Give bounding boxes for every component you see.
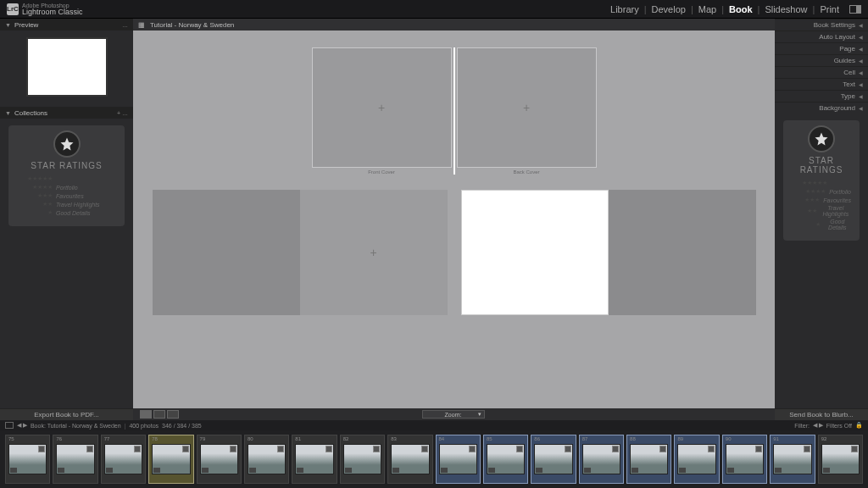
panel-header-guides[interactable]: Guides◀ [775,54,868,66]
panel-header-page[interactable]: Page◀ [775,42,868,54]
main-area: ▼Preview … ▼Collections + … STAR RATINGS… [0,19,868,420]
second-window-button[interactable] [5,422,14,429]
filmstrip-thumb[interactable]: 75 [5,435,50,484]
thumb-footer-badge-icon [536,468,542,473]
canvas-body[interactable]: + Front Cover + Back Cover + [133,30,775,408]
thumb-index: 79 [200,436,206,441]
send-book-blurb-button[interactable]: Send Book to Blurb... [775,408,868,420]
rating-row[interactable]: ★★★★★ [792,180,851,186]
thumb-image [773,444,811,474]
thumb-index: 85 [487,436,492,441]
filmstrip-thumb[interactable]: 83 [387,435,432,484]
back-cover-page[interactable]: + [457,47,597,168]
collections-panel-header[interactable]: ▼Collections + … [0,107,133,119]
filmstrip-thumb[interactable]: 78 [148,435,193,484]
rating-row[interactable]: ★★Travel Highlights [792,205,851,217]
canvas-footer: Zoom: ▾ [133,408,775,420]
module-develop[interactable]: Develop [648,4,689,14]
spread-page-blank-left[interactable] [153,190,300,315]
filmstrip-thumb[interactable]: 84 [436,435,481,484]
rating-row[interactable]: ★Good Details [17,209,116,216]
thumb-image [200,444,238,474]
panel-header-book-settings[interactable]: Book Settings◀ [775,19,868,30]
spread-page-selected[interactable] [461,190,609,315]
filter-state[interactable]: Filters Off [826,423,852,429]
disclosure-triangle-icon: ◀ [859,105,863,111]
page-preview-thumbnail[interactable] [26,37,108,97]
filmstrip-thumb[interactable]: 76 [53,435,97,484]
left-sidebar: ▼Preview … ▼Collections + … STAR RATINGS… [0,19,133,420]
module-map[interactable]: Map [695,4,720,14]
filmstrip-thumb[interactable]: 92 [818,435,863,484]
module-print[interactable]: Print [816,4,843,14]
panel-toggle-icon[interactable] [849,5,861,14]
preview-panel-header[interactable]: ▼Preview … [0,19,133,30]
rating-label: Portfolio [56,185,78,191]
single-page-view-button[interactable] [167,410,179,419]
thumb-image [8,444,47,474]
rating-row[interactable]: ★★★Favourites [17,192,116,199]
thumb-image [152,444,190,474]
panel-header-background[interactable]: Background◀ [775,102,868,114]
thumb-badge-icon [565,446,571,452]
filmstrip-thumb[interactable]: 90 [722,435,767,484]
module-library[interactable]: Library [607,4,643,14]
star-icons: ★★★★ [792,188,826,195]
filmstrip-thumb[interactable]: 80 [244,435,289,484]
star-ratings-card-left: STAR RATINGS ★★★★★★★★★Portfolio★★★Favour… [8,125,125,226]
thumb-badge-icon [516,446,523,452]
thumb-badge-icon [38,446,45,452]
thumb-badge-icon [421,446,428,452]
disclosure-triangle-icon: ◀ [859,93,863,99]
filmstrip-thumb[interactable]: 87 [579,435,624,484]
thumb-image [677,444,715,474]
spread-page-blank-right[interactable] [609,190,756,315]
breadcrumb[interactable]: Book: Tutorial - Norway & Sweden [31,423,121,429]
rating-row[interactable]: ★★★Favourites [792,197,851,203]
rating-row[interactable]: ★★★★★ [17,175,116,182]
rating-row[interactable]: ★★Travel Highlights [17,201,116,208]
filmstrip-thumb[interactable]: 81 [292,435,337,484]
filmstrip-thumb[interactable]: 89 [674,435,719,484]
filmstrip-thumb[interactable]: 86 [531,435,576,484]
panel-header-auto-layout[interactable]: Auto Layout◀ [775,30,868,42]
filmstrip[interactable]: 757677787980818283848586878889909192 [0,430,868,488]
rating-label: Good Details [56,210,90,216]
disclosure-triangle-icon: ◀ [859,81,863,87]
filmstrip-thumb[interactable]: 88 [626,435,671,484]
module-slideshow[interactable]: Slideshow [761,4,810,14]
app-identity: LrC Adobe Photoshop Lightroom Classic [7,3,83,16]
zoom-selector[interactable]: Zoom: ▾ [422,410,485,419]
panel-header-cell[interactable]: Cell◀ [775,66,868,78]
spread-page-add[interactable]: + [300,190,448,315]
star-icons: ★★ [792,208,817,214]
thumb-footer-badge-icon [775,468,782,473]
rating-row[interactable]: ★Good Details [792,219,851,230]
disclosure-triangle-icon[interactable]: ▼ [5,110,11,116]
filter-lock-icon[interactable]: 🔒 [855,422,863,429]
filmstrip-thumb[interactable]: 77 [101,435,146,484]
filmstrip-thumb[interactable]: 82 [340,435,385,484]
front-cover-page[interactable]: + [312,47,452,168]
thumb-image [582,444,620,474]
grid-icon[interactable]: ▦ [138,21,145,29]
export-book-pdf-button[interactable]: Export Book to PDF... [0,408,133,420]
thumb-badge-icon [755,446,762,452]
panel-header-text[interactable]: Text◀ [775,78,868,90]
filmstrip-thumb[interactable]: 91 [770,435,815,484]
rating-row[interactable]: ★★★★Portfolio [792,188,851,195]
disclosure-triangle-icon: ◀ [859,46,863,52]
module-picker: Library|Develop|Map|Book|Slideshow|Print [607,4,861,14]
filmstrip-thumb[interactable]: 79 [197,435,242,484]
disclosure-triangle-icon[interactable]: ▼ [5,22,11,28]
module-book[interactable]: Book [726,4,756,14]
multi-page-view-button[interactable] [140,410,152,419]
spread-view-button[interactable] [153,410,165,419]
filmstrip-thumb[interactable]: 85 [483,435,528,484]
view-mode-toggle[interactable] [140,410,179,419]
star-ratings-title: STAR RATINGS [787,156,856,175]
thumb-badge-icon [469,446,476,452]
rating-row[interactable]: ★★★★Portfolio [17,184,116,191]
panel-header-type[interactable]: Type◀ [775,90,868,102]
thumb-footer-badge-icon [584,468,591,473]
